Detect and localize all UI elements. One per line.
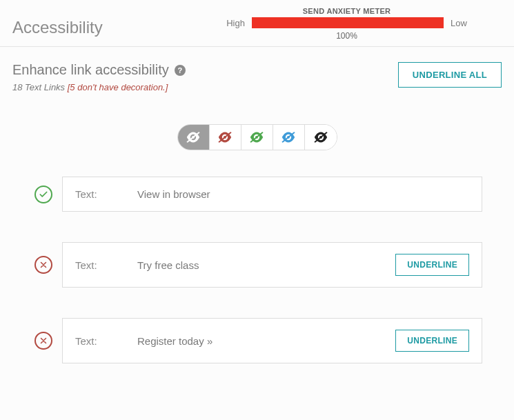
- vision-filter-row: [12, 124, 502, 150]
- underline-all-button[interactable]: UNDERLINE ALL: [398, 62, 502, 88]
- link-label: Text:: [75, 188, 137, 200]
- link-label: Text:: [75, 335, 137, 347]
- link-row: Text:Try free classUNDERLINE: [63, 242, 482, 288]
- anxiety-meter: SEND ANXIETY METER High Low 100%: [192, 7, 502, 41]
- underline-button[interactable]: UNDERLINE: [395, 330, 469, 352]
- underline-button[interactable]: UNDERLINE: [395, 254, 469, 276]
- vision-filter-vision-white[interactable]: [178, 125, 210, 150]
- section-title-text: Enhance link accessibility: [12, 62, 169, 78]
- link-row: Text:Register today »UNDERLINE: [63, 318, 482, 363]
- cross-icon: [34, 332, 52, 350]
- link-card: Text:Try free classUNDERLINE: [62, 242, 482, 288]
- top-bar: Accessibility SEND ANXIETY METER High Lo…: [0, 0, 514, 47]
- meter-bar: [252, 17, 444, 28]
- cross-icon: [34, 256, 52, 274]
- link-card: Text:View in browser: [62, 177, 482, 212]
- section-titles: Enhance link accessibility ? 18 Text Lin…: [12, 62, 186, 92]
- meter-high-label: High: [226, 18, 245, 28]
- vision-filter-pill: [177, 124, 337, 150]
- link-text: View in browser: [137, 188, 469, 200]
- meter-percent: 100%: [336, 31, 357, 41]
- link-warning: [5 don't have decoration.]: [68, 82, 168, 92]
- meter-label: SEND ANXIETY METER: [303, 7, 391, 15]
- check-icon: [34, 186, 52, 203]
- link-text: Register today »: [137, 335, 395, 347]
- page-title: Accessibility: [12, 18, 192, 37]
- vision-filter-vision-red[interactable]: [210, 125, 241, 150]
- link-text: Try free class: [137, 259, 395, 271]
- meter-row: High Low: [226, 17, 467, 28]
- link-row: Text:View in browser: [63, 177, 482, 212]
- vision-filter-vision-blue[interactable]: [273, 125, 305, 150]
- section-subline: 18 Text Links [5 don't have decoration.]: [12, 82, 186, 92]
- section-header: Enhance link accessibility ? 18 Text Lin…: [12, 62, 502, 92]
- section-title: Enhance link accessibility ?: [12, 62, 186, 78]
- help-icon[interactable]: ?: [175, 65, 186, 76]
- link-count: 18 Text Links: [12, 82, 65, 92]
- section-link-accessibility: Enhance link accessibility ? 18 Text Lin…: [0, 47, 514, 363]
- link-label: Text:: [75, 259, 137, 271]
- link-list: Text:View in browserText:Try free classU…: [12, 177, 502, 363]
- vision-filter-vision-black[interactable]: [305, 125, 337, 150]
- link-card: Text:Register today »UNDERLINE: [62, 318, 482, 363]
- vision-filter-vision-green[interactable]: [241, 125, 273, 150]
- meter-low-label: Low: [451, 18, 467, 28]
